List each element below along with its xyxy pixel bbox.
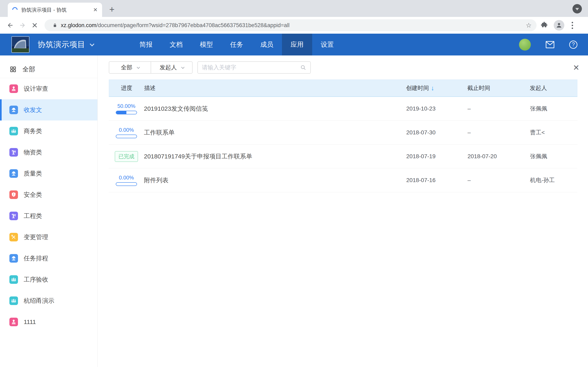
col-header-description: 描述	[144, 84, 398, 92]
messages-icon[interactable]	[545, 41, 554, 48]
progress-percent: 50.00%	[117, 103, 135, 109]
table-header: 进度 描述 创建时间 ↓ 截止时间 发起人	[109, 80, 577, 97]
sidebar-item-send-receive-docs[interactable]: 收发文	[0, 99, 97, 120]
nav-tab-models[interactable]: 模型	[191, 34, 222, 55]
helmet-icon	[9, 169, 18, 178]
sidebar-item-hangshaoyong-demo[interactable]: 杭绍甬演示	[0, 290, 97, 311]
chevron-down-icon	[137, 66, 140, 69]
app-header: 协筑演示项目 简报 文档 模型 任务 成员 应用 设置 ?	[0, 34, 588, 55]
people-icon	[9, 296, 18, 305]
col-header-created[interactable]: 创建时间 ↓	[398, 84, 459, 92]
lock-icon	[52, 23, 58, 28]
deadline-date: –	[467, 129, 471, 136]
initiator-filter-dropdown[interactable]: 发起人	[151, 62, 192, 73]
project-title: 协筑演示项目	[38, 39, 85, 50]
table-row[interactable]: 0.00% 工作联系单 2018-07-30 – 曹工<	[109, 121, 577, 145]
initiator-name: 机电-孙工	[530, 177, 555, 183]
new-tab-button[interactable]: +	[106, 4, 118, 15]
close-panel-icon[interactable]: ✕	[573, 64, 579, 72]
nav-tab-tasks[interactable]: 任务	[222, 34, 252, 55]
chevron-down-icon	[181, 66, 185, 69]
sidebar-item-design-review[interactable]: 设计审查	[0, 78, 97, 99]
sidebar-item-quality[interactable]: 质量类	[0, 163, 97, 184]
sidebar-item-materials[interactable]: 物资类	[0, 142, 97, 163]
doc-description[interactable]: 附件列表	[144, 177, 168, 184]
tab-close-icon[interactable]: ✕	[93, 7, 98, 13]
browser-toolbar: xz.glodon.com/document/page/form?wsid=27…	[0, 17, 588, 34]
search-icon	[300, 64, 306, 71]
help-icon[interactable]: ?	[569, 41, 577, 49]
stamp-icon	[9, 84, 18, 93]
stop-loading-button[interactable]	[29, 19, 41, 31]
deadline-date: 2018-07-20	[467, 153, 497, 159]
address-bar[interactable]: xz.glodon.com/document/page/form?wsid=27…	[44, 19, 536, 31]
progress-bar	[116, 182, 137, 186]
helmet-icon	[9, 254, 18, 263]
project-thumbnail[interactable]	[11, 36, 29, 53]
nav-tab-briefing[interactable]: 简报	[131, 34, 161, 55]
sidebar-item-1111[interactable]: 1111	[0, 311, 97, 333]
bookmark-star-icon[interactable]: ☆	[526, 21, 532, 29]
nav-tab-apps[interactable]: 应用	[282, 34, 312, 55]
doc-description[interactable]: 工作联系单	[144, 129, 174, 136]
sidebar-item-change-management[interactable]: 变更管理	[0, 226, 97, 248]
browser-tab-strip: 协筑演示项目 - 协筑 ✕ +	[0, 0, 588, 17]
sidebar-item-engineering[interactable]: 工程类	[0, 205, 97, 226]
app-nav: 简报 文档 模型 任务 成员 应用 设置	[131, 34, 342, 55]
initiator-name: 曹工<	[530, 129, 545, 136]
sidebar: 全部 设计审查 收发文 商务类 物资类 质量类 安全类 工程类	[0, 55, 98, 367]
sidebar-item-task-scheduling[interactable]: 任务排程	[0, 248, 97, 269]
forward-button[interactable]	[16, 19, 29, 31]
helmet-icon	[9, 106, 18, 114]
nav-tab-documents[interactable]: 文档	[161, 34, 191, 55]
people-icon	[9, 127, 18, 135]
table-row[interactable]: 已完成 201807191749关于申报项目工作联系单 2018-07-19 2…	[109, 145, 577, 168]
initiator-name: 张佩佩	[530, 105, 547, 112]
browser-profile-avatar[interactable]	[554, 20, 564, 31]
created-date: 2018-07-30	[406, 129, 435, 136]
deadline-date: –	[467, 105, 471, 112]
project-switcher[interactable]: 协筑演示项目	[38, 34, 93, 55]
people-icon	[9, 275, 18, 284]
deadline-date: –	[467, 177, 471, 183]
sidebar-item-business[interactable]: 商务类	[0, 120, 97, 142]
sidebar-item-all[interactable]: 全部	[0, 61, 97, 77]
status-badge: 已完成	[115, 151, 138, 162]
nav-tab-members[interactable]: 成员	[252, 34, 282, 55]
initiator-name: 张佩佩	[530, 153, 547, 159]
tab-title: 协筑演示项目 - 协筑	[21, 7, 91, 13]
tools-icon	[9, 233, 18, 242]
search-input[interactable]	[202, 64, 300, 71]
back-button[interactable]	[4, 19, 16, 31]
progress-bar	[116, 134, 137, 138]
crane-icon	[9, 148, 18, 157]
keyword-search-box[interactable]	[198, 61, 311, 74]
nav-tab-settings[interactable]: 设置	[312, 34, 342, 55]
created-date: 2018-07-16	[406, 177, 435, 183]
col-header-progress: 进度	[109, 84, 144, 92]
browser-tab[interactable]: 协筑演示项目 - 协筑 ✕	[8, 3, 102, 17]
chevron-down-icon	[90, 42, 95, 46]
category-filter-dropdown[interactable]: 全部	[109, 62, 151, 73]
sort-desc-icon[interactable]: ↓	[431, 85, 434, 91]
url-text: xz.glodon.com/document/page/form?wsid=27…	[61, 22, 523, 29]
table-row[interactable]: 0.00% 附件列表 2018-07-16 – 机电-孙工	[109, 168, 577, 192]
progress-percent: 0.00%	[119, 175, 134, 181]
doc-description[interactable]: 201807191749关于申报项目工作联系单	[144, 153, 252, 160]
browser-profile-menu-icon[interactable]	[572, 4, 582, 13]
progress-percent: 0.00%	[119, 127, 134, 133]
filter-dropdown-group: 全部 发起人	[109, 61, 192, 74]
sidebar-item-process-acceptance[interactable]: 工序验收	[0, 269, 97, 290]
extensions-icon[interactable]	[540, 21, 548, 30]
created-date: 2019-10-23	[406, 105, 435, 112]
col-header-deadline: 截止时间	[459, 84, 520, 92]
sidebar-item-safety[interactable]: 安全类	[0, 184, 97, 205]
table-row[interactable]: 50.00% 20191023发文传阅信笺 2019-10-23 – 张佩佩	[109, 97, 577, 121]
user-avatar[interactable]	[519, 39, 531, 50]
stamp-icon	[9, 318, 18, 326]
browser-menu-icon[interactable]	[570, 22, 575, 29]
progress-bar	[116, 111, 137, 114]
col-header-initiator: 发起人	[520, 84, 577, 92]
created-date: 2018-07-19	[406, 153, 435, 159]
doc-description[interactable]: 20191023发文传阅信笺	[144, 105, 208, 112]
